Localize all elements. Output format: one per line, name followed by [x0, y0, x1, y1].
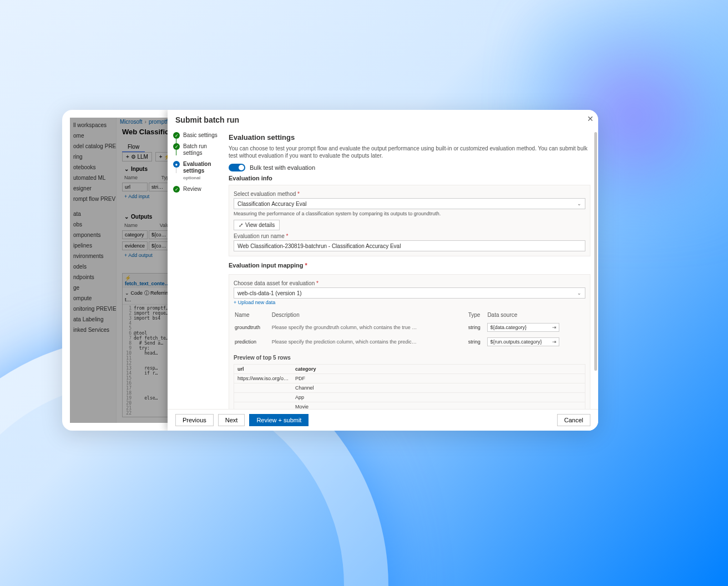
modal-content: Evaluation settings You can choose to te…: [229, 130, 598, 409]
mapping-input[interactable]: ${data.category}⇥: [487, 323, 559, 332]
sidebar-item[interactable]: obs: [70, 219, 116, 230]
wizard-steps: ✓Basic settings✓Batch run settings●Evalu…: [168, 130, 229, 409]
select-method-label: Select evaluation method: [234, 190, 585, 198]
modal-footer: Previous Next Review + submit Cancel: [168, 409, 598, 431]
preview-heading: Preview of top 5 rows: [234, 349, 585, 362]
sidebar-item[interactable]: ll workspaces: [70, 120, 116, 130]
code-node: ⚡ fetch_text_conte… ⌄ Code ⓘ Referring t…: [122, 273, 174, 417]
left-nav: ll workspacesomeodel catalog PREVIEWring…: [70, 118, 117, 423]
sidebar-item[interactable]: onitoring PREVIEW: [70, 304, 116, 314]
sidebar-item[interactable]: utomated ML: [70, 173, 116, 183]
cancel-button[interactable]: Cancel: [557, 414, 590, 426]
sidebar-item[interactable]: ome: [70, 130, 116, 141]
sidebar-item[interactable]: ndpoints: [70, 272, 116, 282]
expand-icon: ⤢: [239, 222, 243, 228]
tab-flow[interactable]: Flow: [122, 142, 145, 153]
asset-label: Choose data asset for evaluation: [234, 279, 585, 287]
table-row: Movie: [234, 402, 585, 410]
table-row: groundtruthPlease specify the groundtrut…: [234, 320, 585, 335]
table-row: https://www.iso.org/o…PDF: [234, 374, 585, 383]
llm-button[interactable]: + ⚙ LLM: [122, 152, 152, 161]
sidebar-item[interactable]: ata: [70, 209, 116, 219]
run-name-input[interactable]: Web Classification-230819-batchrun - Cla…: [234, 240, 585, 251]
sidebar-item[interactable]: ata Labeling: [70, 314, 116, 325]
close-icon[interactable]: ✕: [587, 114, 594, 123]
section-heading: Evaluation settings: [229, 130, 590, 145]
flow-icon: ⇥: [552, 325, 557, 330]
view-details-button[interactable]: ⤢ View details: [234, 220, 280, 230]
table-row: Channel: [234, 383, 585, 393]
run-name-label: Evaluation run name: [234, 232, 585, 240]
add-output-link[interactable]: + Add output: [122, 251, 174, 259]
sidebar-item[interactable]: otebooks: [70, 162, 116, 173]
modal-title: Submit batch run: [168, 110, 598, 130]
sidebar-item[interactable]: ompute: [70, 293, 116, 304]
review-submit-button[interactable]: Review + submit: [249, 414, 309, 426]
submit-batch-run-panel: ✕ Submit batch run ✓Basic settings✓Batch…: [168, 110, 598, 431]
method-hint: Measuring the performance of a classific…: [234, 209, 585, 218]
inputs-panel: Inputs NameType urlstri… + Add input: [122, 164, 174, 200]
table-row: App: [234, 393, 585, 402]
wizard-step[interactable]: ✓Batch run settings: [173, 141, 223, 159]
bulk-test-toggle-label: Bulk test with evaluation: [250, 164, 315, 171]
table-row: predictionPlease specify the prediction …: [234, 335, 585, 349]
outputs-panel: Outputs NameValue category${co… evidence…: [122, 212, 174, 259]
sidebar-item[interactable]: odels: [70, 261, 116, 272]
scrollbar[interactable]: [594, 132, 597, 371]
next-button[interactable]: Next: [218, 414, 245, 426]
mapping-input[interactable]: ${run.outputs.category}⇥: [487, 337, 559, 346]
wizard-step[interactable]: ✓Basic settings: [173, 130, 223, 141]
sidebar-item[interactable]: rompt flow PREVIEW: [70, 194, 116, 204]
bulk-test-toggle[interactable]: [229, 164, 245, 171]
mapping-heading: Evaluation input mapping: [229, 259, 590, 272]
sidebar-item[interactable]: ipelines: [70, 240, 116, 251]
evaluation-method-select[interactable]: Classification Accuracy Eval⌄: [234, 198, 585, 209]
wizard-step[interactable]: ●Evaluation settingsoptional: [173, 159, 223, 184]
sidebar-item[interactable]: odel catalog PREVIEW: [70, 141, 116, 151]
sidebar-item[interactable]: inked Services: [70, 325, 116, 335]
chevron-down-icon: ⌄: [577, 290, 582, 296]
flow-icon: ⇥: [552, 339, 557, 345]
mapping-table: Name Description Type Data source ground…: [234, 310, 585, 349]
add-input-link[interactable]: + Add input: [122, 193, 174, 200]
wizard-step[interactable]: ✓Review: [173, 184, 223, 195]
chevron-down-icon: ⌄: [577, 201, 582, 206]
section-description: You can choose to test your prompt flow …: [229, 145, 590, 159]
upload-data-link[interactable]: + Upload new data: [234, 299, 585, 306]
previous-button[interactable]: Previous: [175, 414, 214, 426]
sidebar-item[interactable]: omponents: [70, 230, 116, 240]
sidebar-item[interactable]: ring: [70, 151, 116, 162]
preview-table: url category https://www.iso.org/o…PDFCh…: [234, 364, 585, 409]
sidebar-item[interactable]: esigner: [70, 183, 116, 194]
sidebar-item[interactable]: nvironments: [70, 251, 116, 261]
evaluation-info-heading: Evaluation info: [229, 174, 590, 183]
app-frame: ll workspacesomeodel catalog PREVIEWring…: [62, 110, 598, 431]
sidebar-item[interactable]: [70, 204, 116, 209]
data-asset-select[interactable]: web-cls-data-1 (version 1)⌄: [234, 287, 585, 299]
sidebar-item[interactable]: ge: [70, 282, 116, 293]
